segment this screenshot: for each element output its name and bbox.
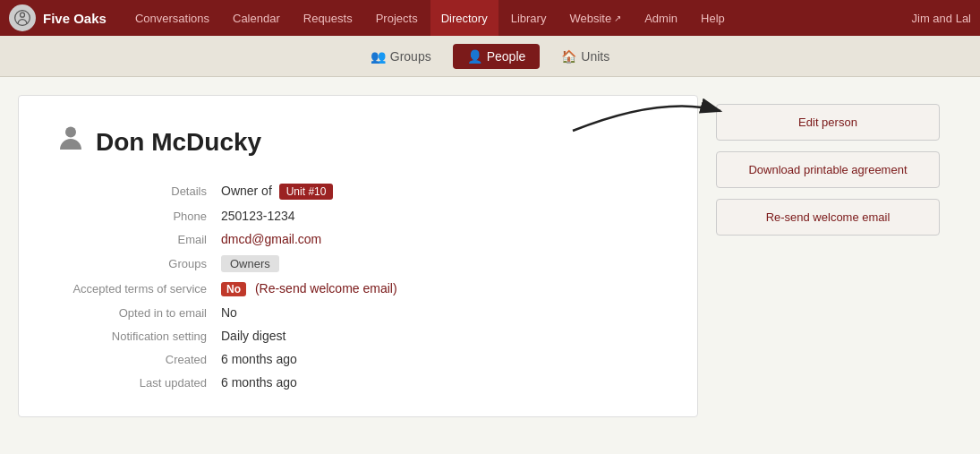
updated-label: Last updated xyxy=(55,376,207,390)
units-icon: 🏠 xyxy=(561,49,576,64)
unit-badge[interactable]: Unit #10 xyxy=(279,184,334,200)
person-name: Don McDucky xyxy=(96,128,261,157)
nav-items: Conversations Calendar Requests Projects… xyxy=(124,0,912,36)
person-details: Details Owner of Unit #10 Phone 250123-1… xyxy=(55,184,661,390)
nav-directory[interactable]: Directory xyxy=(430,0,499,36)
groups-icon: 👥 xyxy=(371,49,386,64)
top-nav: Five Oaks Conversations Calendar Request… xyxy=(0,0,980,36)
main-content: Don McDucky Details Owner of Unit #10 Ph… xyxy=(0,77,980,435)
logo-icon xyxy=(9,4,36,31)
groups-value: Owners xyxy=(221,255,661,272)
resend-email-link[interactable]: (Re-send welcome email) xyxy=(255,281,397,296)
created-label: Created xyxy=(55,353,207,366)
email-label: Email xyxy=(55,233,207,246)
email-value: dmcd@gmail.com xyxy=(221,232,661,246)
phone-label: Phone xyxy=(55,210,207,223)
details-label: Details xyxy=(55,184,207,198)
site-name: Five Oaks xyxy=(43,11,107,26)
nav-projects[interactable]: Projects xyxy=(365,0,429,36)
phone-value: 250123-1234 xyxy=(221,209,661,223)
nav-website[interactable]: Website ↗ xyxy=(558,0,632,36)
svg-point-2 xyxy=(65,127,76,138)
subnav-units[interactable]: 🏠 Units xyxy=(547,44,624,69)
subnav-people[interactable]: 👤 People xyxy=(453,44,541,69)
person-avatar-icon xyxy=(55,123,87,162)
subnav-units-label: Units xyxy=(581,49,609,64)
created-value: 6 months ago xyxy=(221,352,661,366)
tos-value: No (Re-send welcome email) xyxy=(221,281,661,296)
actions-container: Edit person Download printable agreement… xyxy=(716,95,940,417)
email-link[interactable]: dmcd@gmail.com xyxy=(221,232,321,246)
notification-label: Notification setting xyxy=(55,330,207,343)
groups-label: Groups xyxy=(55,257,207,270)
download-agreement-button[interactable]: Download printable agreement xyxy=(716,151,940,188)
opted-value: No xyxy=(221,305,661,320)
tos-no-badge: No xyxy=(221,282,246,296)
opted-label: Opted in to email xyxy=(55,306,207,320)
person-card: Don McDucky Details Owner of Unit #10 Ph… xyxy=(18,95,698,417)
notification-value: Daily digest xyxy=(221,329,661,343)
nav-calendar[interactable]: Calendar xyxy=(222,0,291,36)
nav-library[interactable]: Library xyxy=(500,0,558,36)
actions-panel: Edit person Download printable agreement… xyxy=(716,95,940,236)
external-link-icon: ↗ xyxy=(614,13,621,23)
nav-help[interactable]: Help xyxy=(690,0,736,36)
svg-point-1 xyxy=(21,13,25,17)
group-badge[interactable]: Owners xyxy=(221,255,279,272)
subnav-groups-label: Groups xyxy=(390,49,431,64)
nav-requests[interactable]: Requests xyxy=(293,0,363,36)
logo-area[interactable]: Five Oaks xyxy=(9,4,107,31)
tos-label: Accepted terms of service xyxy=(55,282,207,296)
owner-text: Owner of xyxy=(221,184,272,198)
subnav-groups[interactable]: 👥 Groups xyxy=(356,44,446,69)
user-menu[interactable]: Jim and Lal xyxy=(912,12,971,25)
nav-conversations[interactable]: Conversations xyxy=(124,0,220,36)
resend-welcome-button[interactable]: Re-send welcome email xyxy=(716,199,940,236)
nav-admin[interactable]: Admin xyxy=(634,0,688,36)
people-icon: 👤 xyxy=(467,49,482,64)
details-value: Owner of Unit #10 xyxy=(221,184,661,200)
edit-person-button[interactable]: Edit person xyxy=(716,104,940,141)
person-header: Don McDucky xyxy=(55,123,661,162)
subnav-people-label: People xyxy=(487,49,526,64)
updated-value: 6 months ago xyxy=(221,375,661,390)
sub-nav: 👥 Groups 👤 People 🏠 Units xyxy=(0,36,980,77)
